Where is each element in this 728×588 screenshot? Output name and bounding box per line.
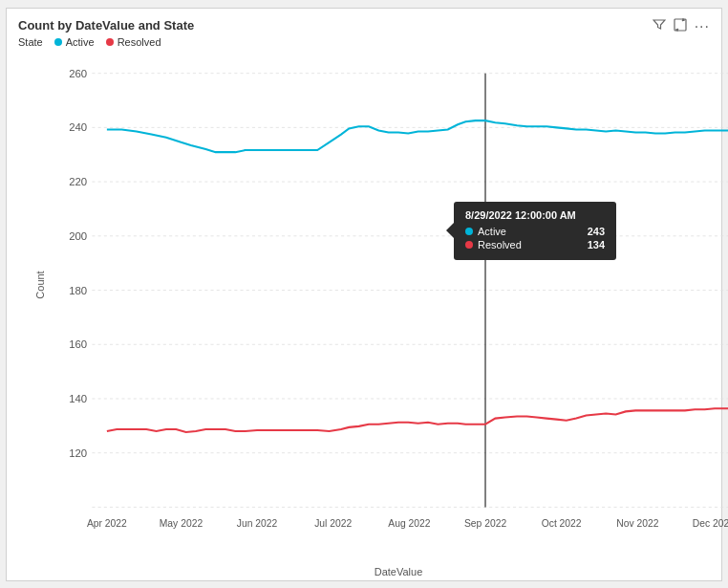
legend-resolved-dot <box>106 38 114 46</box>
x-axis-label: DateValue <box>375 566 423 577</box>
expand-icon[interactable] <box>674 18 687 34</box>
legend-active: Active <box>54 36 95 48</box>
svg-text:260: 260 <box>69 67 87 78</box>
legend-resolved: Resolved <box>106 36 161 48</box>
legend-resolved-label: Resolved <box>118 36 161 48</box>
legend-active-dot <box>54 38 62 46</box>
svg-text:Aug 2022: Aug 2022 <box>388 518 430 529</box>
chart-title: Count by DateValue and State <box>18 18 710 33</box>
svg-text:120: 120 <box>69 446 87 458</box>
svg-text:220: 220 <box>69 176 87 187</box>
chart-toolbar: ··· <box>653 18 710 35</box>
resolved-line <box>107 408 728 432</box>
svg-text:Nov 2022: Nov 2022 <box>616 518 658 529</box>
y-axis-label: Count <box>34 272 46 299</box>
filter-icon[interactable] <box>653 18 666 34</box>
chart-legend: State Active Resolved <box>18 36 710 48</box>
svg-text:Jul 2022: Jul 2022 <box>314 518 352 529</box>
legend-active-label: Active <box>66 36 95 48</box>
svg-text:200: 200 <box>69 229 87 241</box>
svg-text:140: 140 <box>69 393 87 404</box>
legend-state-label: State <box>18 36 43 48</box>
chart-container: Count by DateValue and State State Activ… <box>6 8 722 581</box>
svg-text:160: 160 <box>69 338 87 350</box>
chart-area: Count 260 240 220 200 180 160 140 120 Ap… <box>53 54 728 556</box>
more-icon[interactable]: ··· <box>695 18 710 35</box>
svg-text:Oct 2022: Oct 2022 <box>542 518 582 529</box>
active-line <box>107 120 728 152</box>
svg-text:May 2022: May 2022 <box>160 518 203 529</box>
line-chart-svg: 260 240 220 200 180 160 140 120 Apr 2022… <box>53 54 728 556</box>
svg-text:Apr 2022: Apr 2022 <box>87 518 127 529</box>
svg-text:180: 180 <box>69 284 87 295</box>
svg-text:240: 240 <box>69 121 87 133</box>
svg-text:Jun 2022: Jun 2022 <box>237 518 278 529</box>
svg-text:Sep 2022: Sep 2022 <box>464 518 506 529</box>
svg-text:Dec 2022: Dec 2022 <box>693 518 728 529</box>
